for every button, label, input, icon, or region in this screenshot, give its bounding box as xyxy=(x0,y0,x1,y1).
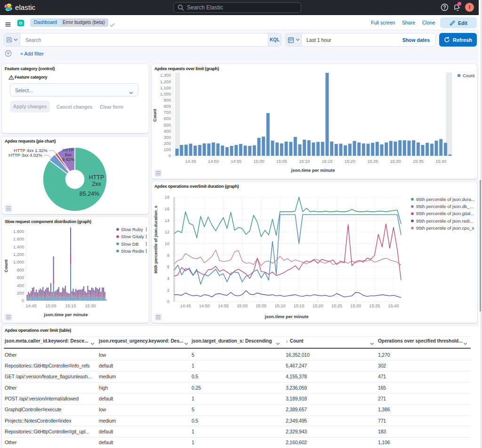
svg-text:1,000: 1,000 xyxy=(160,92,171,96)
svg-text:14:45: 14:45 xyxy=(26,304,37,308)
svg-text:16: 16 xyxy=(165,207,169,211)
svg-text:15:30: 15:30 xyxy=(350,304,361,308)
svg-text:14:45: 14:45 xyxy=(185,159,196,164)
svg-text:1,100: 1,100 xyxy=(160,86,171,90)
svg-text:95th percentile of json.redi..: 95th percentile of json.redi... xyxy=(416,218,474,224)
svg-text:2xx: 2xx xyxy=(92,181,101,187)
svg-text:15:15: 15:15 xyxy=(294,304,305,308)
svg-text:15:05: 15:05 xyxy=(276,159,287,164)
svg-text:14:55: 14:55 xyxy=(218,304,229,308)
svg-text:Slow Redis: Slow Redis xyxy=(121,248,144,254)
svg-text:HTTP: HTTP xyxy=(63,148,74,152)
svg-text:Count: Count xyxy=(152,108,157,121)
svg-text:1,200: 1,200 xyxy=(13,252,24,257)
svg-text:Count: Count xyxy=(3,259,8,272)
svg-text:18: 18 xyxy=(165,195,169,200)
svg-text:14:50: 14:50 xyxy=(208,159,219,164)
svg-text:85.24%: 85.24% xyxy=(80,191,99,197)
svg-text:Count: Count xyxy=(463,73,475,78)
svg-text:Slow Ruby: Slow Ruby xyxy=(121,227,143,232)
svg-text:1,000: 1,000 xyxy=(13,260,24,264)
svg-text:15:00: 15:00 xyxy=(254,159,265,164)
svg-text:10: 10 xyxy=(165,241,169,246)
svg-text:5xx: 5xx xyxy=(65,152,72,157)
svg-text:400: 400 xyxy=(164,129,171,134)
svg-text:800: 800 xyxy=(17,268,24,272)
svg-text:4: 4 xyxy=(167,276,169,281)
svg-text:95th percentile of json.cpu_s: 95th percentile of json.cpu_s xyxy=(416,225,474,231)
svg-text:1,800: 1,800 xyxy=(13,229,24,234)
svg-text:2: 2 xyxy=(167,288,169,293)
svg-text:15:30: 15:30 xyxy=(390,159,401,164)
svg-text:1,400: 1,400 xyxy=(13,245,24,249)
svg-text:HTTP: HTTP xyxy=(89,174,104,181)
svg-text:Slow Gitaly: Slow Gitaly xyxy=(121,234,144,239)
svg-text:900: 900 xyxy=(164,98,171,103)
svg-text:15:35: 15:35 xyxy=(369,304,380,308)
svg-text:700: 700 xyxy=(164,110,171,115)
svg-text:6: 6 xyxy=(167,264,169,269)
svg-text:15:10: 15:10 xyxy=(299,159,310,164)
svg-text:15:35: 15:35 xyxy=(413,159,424,164)
svg-text:12: 12 xyxy=(165,230,169,234)
svg-text:14:55: 14:55 xyxy=(231,159,241,164)
svg-text:0: 0 xyxy=(169,153,171,158)
svg-text:14:45: 14:45 xyxy=(180,304,191,308)
svg-text:100: 100 xyxy=(164,147,171,152)
svg-text:8: 8 xyxy=(167,253,169,258)
svg-text:15:00: 15:00 xyxy=(237,304,248,308)
svg-text:15:40: 15:40 xyxy=(388,304,399,308)
svg-text:15:20: 15:20 xyxy=(345,159,355,164)
svg-text:1,300: 1,300 xyxy=(160,73,171,78)
svg-text:95th percentile of json.durati: 95th percentile of json.duration_s xyxy=(153,206,158,273)
svg-text:0: 0 xyxy=(167,299,169,304)
svg-text:json.time per minute: json.time per minute xyxy=(44,312,88,317)
svg-text:15:15: 15:15 xyxy=(322,159,333,164)
svg-text:15:20: 15:20 xyxy=(313,304,323,308)
svg-text:json.time per minute: json.time per minute xyxy=(265,314,309,319)
svg-text:15:15: 15:15 xyxy=(65,304,76,308)
svg-text:0: 0 xyxy=(22,298,24,303)
svg-text:15:30: 15:30 xyxy=(85,304,96,308)
svg-text:15:25: 15:25 xyxy=(367,159,378,164)
svg-text:300: 300 xyxy=(164,135,171,140)
svg-text:14:50: 14:50 xyxy=(199,304,210,308)
svg-text:500: 500 xyxy=(164,123,171,128)
svg-text:95th percentile of json.db_...: 95th percentile of json.db_... xyxy=(416,204,474,209)
svg-text:800: 800 xyxy=(164,104,171,109)
svg-text:15:40: 15:40 xyxy=(435,159,446,164)
svg-text:15:25: 15:25 xyxy=(331,304,342,308)
svg-text:95th percentile of json.dura..: 95th percentile of json.dura... xyxy=(416,197,475,202)
svg-text:200: 200 xyxy=(17,291,24,296)
svg-text:HTTP 3xx 4.02%: HTTP 3xx 4.02% xyxy=(8,152,42,158)
svg-text:600: 600 xyxy=(17,275,24,280)
svg-text:15:00: 15:00 xyxy=(46,304,56,308)
svg-text:15:10: 15:10 xyxy=(274,304,285,308)
svg-text:Slow DB: Slow DB xyxy=(121,241,139,247)
svg-text:95th percentile of json.gital.: 95th percentile of json.gital... xyxy=(416,211,474,216)
svg-text:9.42%: 9.42% xyxy=(62,157,74,162)
svg-text:600: 600 xyxy=(164,116,171,121)
svg-text:1,600: 1,600 xyxy=(13,237,24,241)
svg-text:200: 200 xyxy=(164,141,171,146)
svg-text:400: 400 xyxy=(17,283,24,288)
svg-text:1,200: 1,200 xyxy=(160,80,171,84)
svg-text:15:05: 15:05 xyxy=(256,304,266,308)
svg-text:json.time per minute: json.time per minute xyxy=(291,168,335,173)
svg-text:14: 14 xyxy=(165,218,169,223)
